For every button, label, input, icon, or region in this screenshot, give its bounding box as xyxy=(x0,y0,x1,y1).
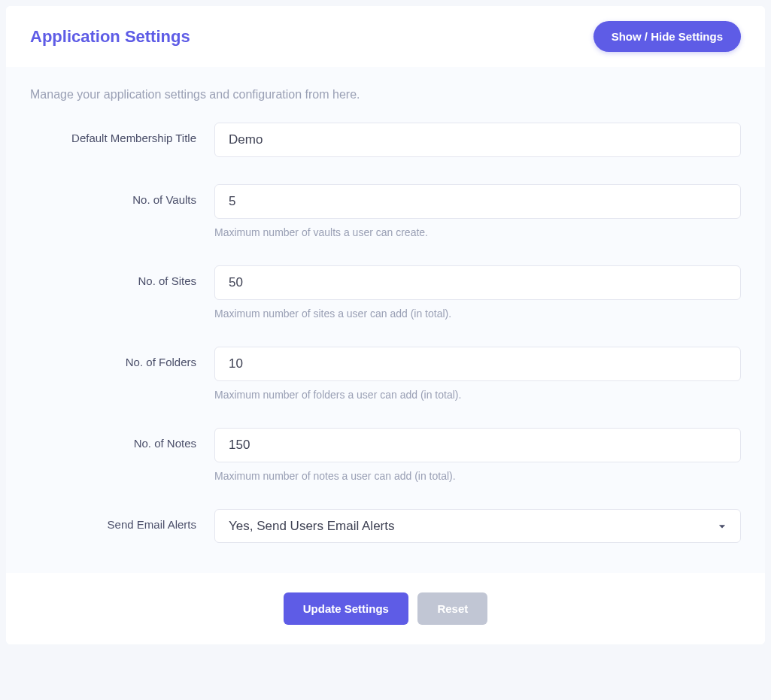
control-wrap: Maximum number of vaults a user can crea… xyxy=(214,184,741,238)
show-hide-settings-button[interactable]: Show / Hide Settings xyxy=(593,21,741,52)
field-sites: No. of Sites Maximum number of sites a u… xyxy=(30,265,741,320)
settings-description: Manage your application settings and con… xyxy=(30,88,741,102)
label-vaults: No. of Vaults xyxy=(30,184,214,206)
settings-card: Application Settings Show / Hide Setting… xyxy=(6,6,765,644)
card-header: Application Settings Show / Hide Setting… xyxy=(6,6,765,67)
update-settings-button[interactable]: Update Settings xyxy=(284,592,408,625)
label-membership-title: Default Membership Title xyxy=(30,123,214,144)
label-sites: No. of Sites xyxy=(30,265,214,287)
input-vaults[interactable] xyxy=(214,184,741,219)
control-wrap: Maximum number of notes a user can add (… xyxy=(214,428,741,482)
control-wrap: Yes, Send Users Email Alerts xyxy=(214,509,741,543)
field-email-alerts: Send Email Alerts Yes, Send Users Email … xyxy=(30,509,741,543)
select-email-alerts[interactable]: Yes, Send Users Email Alerts xyxy=(214,509,741,543)
control-wrap: Maximum number of folders a user can add… xyxy=(214,347,741,401)
help-folders: Maximum number of folders a user can add… xyxy=(214,389,741,401)
card-footer: Update Settings Reset xyxy=(6,573,765,644)
label-notes: No. of Notes xyxy=(30,428,214,450)
card-body: Manage your application settings and con… xyxy=(6,67,765,573)
input-folders[interactable] xyxy=(214,347,741,381)
field-membership-title: Default Membership Title xyxy=(30,123,741,157)
input-membership-title[interactable] xyxy=(214,123,741,157)
label-folders: No. of Folders xyxy=(30,347,214,368)
field-vaults: No. of Vaults Maximum number of vaults a… xyxy=(30,184,741,238)
help-notes: Maximum number of notes a user can add (… xyxy=(214,470,741,482)
input-sites[interactable] xyxy=(214,265,741,300)
control-wrap xyxy=(214,123,741,157)
field-folders: No. of Folders Maximum number of folders… xyxy=(30,347,741,401)
field-notes: No. of Notes Maximum number of notes a u… xyxy=(30,428,741,482)
input-notes[interactable] xyxy=(214,428,741,462)
help-vaults: Maximum number of vaults a user can crea… xyxy=(214,226,741,238)
label-email-alerts: Send Email Alerts xyxy=(30,509,214,531)
page-title: Application Settings xyxy=(30,27,190,47)
help-sites: Maximum number of sites a user can add (… xyxy=(214,308,741,320)
reset-button[interactable]: Reset xyxy=(417,592,487,625)
control-wrap: Maximum number of sites a user can add (… xyxy=(214,265,741,320)
